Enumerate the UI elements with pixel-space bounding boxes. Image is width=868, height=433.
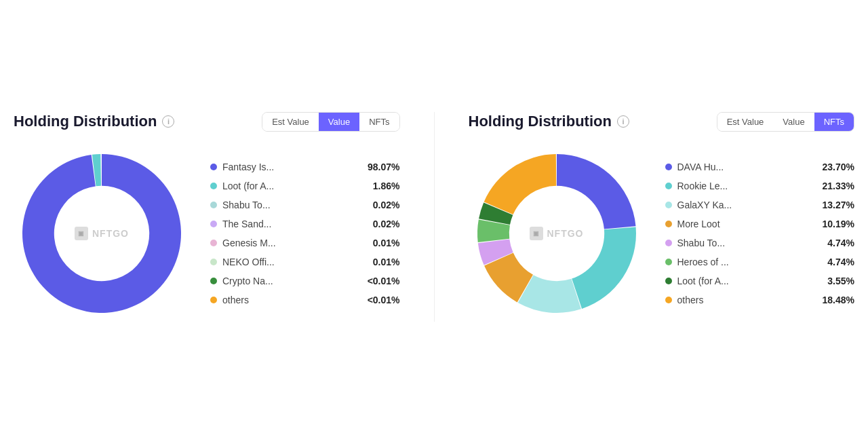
title-text-right: Holding Distribution: [469, 113, 612, 130]
legend-name: Crypto Na...: [222, 276, 273, 286]
panel-left-header: Holding Distribution i Est Value Value N…: [14, 112, 400, 132]
legend-left-content: others: [210, 295, 249, 305]
legend-dot: [665, 278, 672, 284]
legend-value: <0.01%: [368, 295, 400, 305]
legend-item: Heroes of ... 4.74%: [665, 257, 855, 267]
legend-name: The Sand...: [222, 219, 271, 229]
donut-left: ▣ NFTGO: [14, 145, 190, 322]
panel-divider: [434, 112, 435, 322]
legend-name: Loot (for A...: [677, 276, 729, 286]
panel-right-body: ▣ NFTGO DAVA Hu... 23.70% Rookie Le... 2…: [469, 145, 855, 322]
legend-dot: [210, 183, 217, 189]
legend-name: Genesis M...: [222, 238, 276, 248]
legend-dot: [210, 278, 217, 284]
legend-name: Shabu To...: [677, 238, 726, 248]
nftgo-text-left: NFTGO: [92, 228, 129, 239]
legend-value: 23.70%: [823, 162, 854, 172]
legend-name: NEKO Offi...: [222, 257, 275, 267]
legend-name: others: [677, 295, 704, 305]
legend-value: 0.02%: [373, 219, 400, 229]
legend-name: DAVA Hu...: [677, 162, 724, 172]
legend-item: GalaXY Ka... 13.27%: [665, 200, 855, 210]
panel-right-header: Holding Distribution i Est Value Value N…: [469, 112, 855, 132]
legend-left-content: Genesis M...: [210, 238, 276, 248]
legend-left-content: NEKO Offi...: [210, 257, 275, 267]
legend-dot: [210, 259, 217, 265]
legend-dot: [210, 240, 217, 246]
legend-left: Fantasy Is... 98.07% Loot (for A... 1.86…: [210, 162, 400, 305]
legend-item: Shabu To... 0.02%: [210, 200, 400, 210]
legend-value: 3.55%: [827, 276, 854, 286]
legend-value: 13.27%: [823, 200, 854, 210]
legend-name: Loot (for A...: [222, 181, 274, 191]
info-icon-right[interactable]: i: [617, 115, 629, 128]
legend-left-content: Loot (for A...: [665, 276, 729, 286]
tab-nfts-left[interactable]: NFTs: [359, 113, 399, 131]
legend-dot: [665, 183, 672, 189]
legend-dot: [210, 164, 217, 170]
legend-item: Loot (for A... 3.55%: [665, 276, 855, 286]
nftgo-text-right: NFTGO: [547, 228, 584, 239]
legend-value: 10.19%: [823, 219, 854, 229]
legend-item: Shabu To... 4.74%: [665, 238, 855, 248]
legend-left-content: The Sand...: [210, 219, 271, 229]
nftgo-logo-right: ▣ NFTGO: [530, 227, 584, 240]
legend-value: 4.74%: [827, 238, 854, 248]
legend-left-content: Heroes of ...: [665, 257, 729, 267]
panel-left: Holding Distribution i Est Value Value N…: [14, 112, 400, 322]
legend-item: Genesis M... 0.01%: [210, 238, 400, 248]
legend-left-content: Fantasy Is...: [210, 162, 274, 172]
legend-value: 1.86%: [373, 181, 400, 191]
legend-value: 4.74%: [827, 257, 854, 267]
donut-label-right: ▣ NFTGO: [530, 227, 584, 240]
legend-right: DAVA Hu... 23.70% Rookie Le... 21.33% Ga…: [665, 162, 855, 305]
legend-dot: [665, 164, 672, 170]
legend-item: others 18.48%: [665, 295, 855, 305]
nftgo-icon-right: ▣: [530, 227, 543, 240]
legend-item: others <0.01%: [210, 295, 400, 305]
legend-left-content: GalaXY Ka...: [665, 200, 732, 210]
legend-left-content: Loot (for A...: [210, 181, 274, 191]
legend-value: <0.01%: [368, 276, 400, 286]
legend-item: DAVA Hu... 23.70%: [665, 162, 855, 172]
legend-name: Shabu To...: [222, 200, 271, 210]
tab-nfts-right[interactable]: NFTs: [814, 113, 854, 131]
legend-dot: [665, 202, 672, 208]
legend-item: NEKO Offi... 0.01%: [210, 257, 400, 267]
legend-left-content: Shabu To...: [665, 238, 726, 248]
legend-value: 18.48%: [823, 295, 854, 305]
legend-value: 0.02%: [373, 200, 400, 210]
legend-dot: [665, 240, 672, 246]
legend-left-content: Rookie Le...: [665, 181, 728, 191]
legend-dot: [210, 297, 217, 303]
legend-name: others: [222, 295, 249, 305]
page-container: Holding Distribution i Est Value Value N…: [14, 112, 854, 322]
legend-dot: [210, 202, 217, 208]
tab-value-left[interactable]: Value: [319, 113, 359, 131]
legend-name: Rookie Le...: [677, 181, 728, 191]
info-icon-left[interactable]: i: [162, 115, 174, 128]
donut-right: ▣ NFTGO: [469, 145, 645, 322]
legend-name: Fantasy Is...: [222, 162, 274, 172]
panel-right-title: Holding Distribution i: [469, 113, 629, 130]
panel-left-title: Holding Distribution i: [14, 113, 174, 130]
legend-item: Fantasy Is... 98.07%: [210, 162, 400, 172]
legend-left-content: Shabu To...: [210, 200, 271, 210]
legend-dot: [665, 259, 672, 265]
nftgo-icon-left: ▣: [75, 227, 88, 240]
tab-value-right[interactable]: Value: [773, 113, 814, 131]
tab-est-value-left[interactable]: Est Value: [262, 113, 319, 131]
legend-name: More Loot: [677, 219, 720, 229]
legend-name: Heroes of ...: [677, 257, 729, 267]
legend-value: 21.33%: [823, 181, 854, 191]
donut-label-left: ▣ NFTGO: [75, 227, 129, 240]
legend-item: The Sand... 0.02%: [210, 219, 400, 229]
panel-left-body: ▣ NFTGO Fantasy Is... 98.07% Loot (for A…: [14, 145, 400, 322]
legend-dot: [665, 297, 672, 303]
legend-dot: [665, 221, 672, 227]
legend-left-content: More Loot: [665, 219, 720, 229]
nftgo-logo-left: ▣ NFTGO: [75, 227, 129, 240]
legend-value: 0.01%: [373, 238, 400, 248]
tab-est-value-right[interactable]: Est Value: [717, 113, 774, 131]
legend-value: 98.07%: [368, 162, 399, 172]
